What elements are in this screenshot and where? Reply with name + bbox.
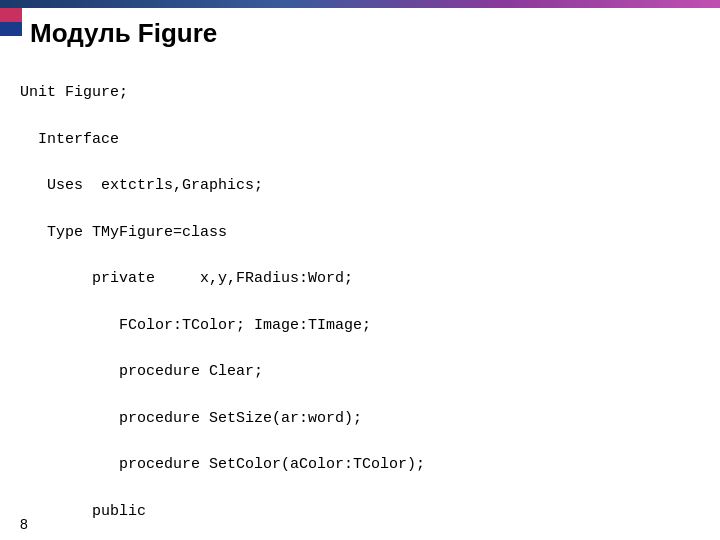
code-block: Unit Figure; Interface Uses extctrls,Gra… bbox=[20, 58, 700, 540]
line6: FColor:TColor; Image:TImage; bbox=[20, 317, 371, 334]
line8: procedure SetSize(ar:word); bbox=[20, 410, 362, 427]
line10: public bbox=[20, 503, 146, 520]
title-area: Модуль Figure bbox=[0, 8, 720, 58]
line7: procedure Clear; bbox=[20, 363, 263, 380]
content-area: Unit Figure; Interface Uses extctrls,Gra… bbox=[20, 58, 700, 510]
top-bar bbox=[0, 0, 720, 8]
page-number: 8 bbox=[20, 516, 28, 532]
line9: procedure SetColor(aColor:TColor); bbox=[20, 456, 425, 473]
line4: Type TMyFigure=class bbox=[20, 224, 227, 241]
line5: private x,y,FRadius:Word; bbox=[20, 270, 353, 287]
line3: Uses extctrls,Graphics; bbox=[20, 177, 263, 194]
line1: Unit Figure; bbox=[20, 84, 128, 101]
line2: Interface bbox=[20, 131, 119, 148]
page-title: Модуль Figure bbox=[30, 18, 217, 49]
